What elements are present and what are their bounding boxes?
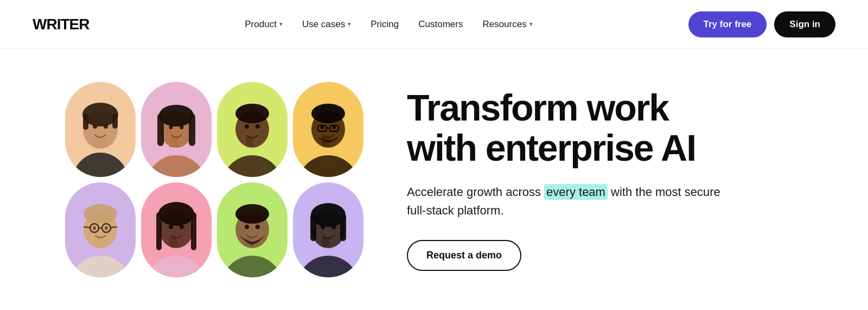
svg-point-68 bbox=[331, 225, 336, 229]
svg-point-8 bbox=[146, 155, 206, 177]
svg-point-41 bbox=[105, 226, 108, 230]
svg-point-7 bbox=[104, 124, 108, 129]
svg-point-54 bbox=[180, 225, 184, 229]
hero-title: Transform work with enterprise AI bbox=[407, 88, 732, 168]
avatar-1 bbox=[65, 82, 136, 177]
svg-point-55 bbox=[222, 256, 283, 277]
navbar: WRITER Product ▾ Use cases ▾ Pricing Cus… bbox=[0, 0, 868, 49]
svg-point-61 bbox=[298, 256, 359, 277]
avatar-6 bbox=[141, 182, 212, 277]
svg-rect-66 bbox=[340, 214, 346, 241]
nav-item-usecases[interactable]: Use cases ▾ bbox=[302, 19, 351, 30]
avatar-grid bbox=[65, 82, 363, 277]
svg-point-16 bbox=[222, 155, 282, 177]
nav-item-pricing[interactable]: Pricing bbox=[371, 19, 399, 30]
try-for-free-button[interactable]: Try for free bbox=[688, 11, 767, 37]
svg-rect-65 bbox=[310, 214, 316, 241]
hero-section: Transform work with enterprise AI Accele… bbox=[0, 49, 868, 310]
svg-point-0 bbox=[72, 153, 129, 177]
svg-point-25 bbox=[311, 104, 345, 123]
svg-point-58 bbox=[235, 204, 269, 224]
svg-point-29 bbox=[321, 125, 324, 129]
svg-point-34 bbox=[84, 204, 117, 224]
sign-in-button[interactable]: Sign in bbox=[774, 11, 835, 37]
avatar-3 bbox=[217, 82, 288, 177]
avatar-5 bbox=[65, 182, 136, 277]
svg-rect-4 bbox=[83, 113, 88, 130]
avatar-4 bbox=[293, 82, 363, 177]
svg-point-21 bbox=[256, 124, 260, 129]
svg-point-14 bbox=[169, 125, 173, 129]
chevron-down-icon: ▾ bbox=[529, 21, 533, 28]
avatar-8 bbox=[293, 182, 363, 277]
svg-line-39 bbox=[111, 227, 117, 227]
svg-point-59 bbox=[245, 225, 249, 229]
svg-point-31 bbox=[70, 256, 131, 277]
svg-rect-5 bbox=[112, 113, 118, 129]
chevron-down-icon: ▾ bbox=[279, 21, 283, 28]
nav-item-resources[interactable]: Resources ▾ bbox=[482, 19, 532, 30]
svg-point-60 bbox=[256, 225, 260, 229]
svg-rect-13 bbox=[189, 113, 195, 146]
svg-rect-12 bbox=[157, 113, 164, 146]
svg-point-67 bbox=[321, 225, 325, 229]
svg-point-19 bbox=[235, 104, 269, 123]
nav-links: Product ▾ Use cases ▾ Pricing Customers … bbox=[245, 19, 532, 30]
request-demo-button[interactable]: Request a demo bbox=[407, 240, 521, 271]
svg-point-42 bbox=[146, 256, 207, 277]
nav-item-customers[interactable]: Customers bbox=[418, 19, 463, 30]
svg-point-53 bbox=[169, 225, 173, 229]
svg-point-11 bbox=[159, 105, 194, 126]
hero-text: Transform work with enterprise AI Accele… bbox=[396, 88, 732, 270]
svg-point-40 bbox=[93, 226, 96, 230]
svg-point-20 bbox=[245, 124, 249, 129]
svg-point-22 bbox=[298, 155, 359, 177]
svg-point-30 bbox=[333, 125, 336, 129]
svg-point-45 bbox=[158, 202, 194, 226]
nav-item-product[interactable]: Product ▾ bbox=[245, 19, 283, 30]
logo[interactable]: WRITER bbox=[33, 16, 89, 33]
avatar-7 bbox=[217, 182, 288, 277]
avatar-2 bbox=[141, 82, 212, 177]
svg-point-15 bbox=[180, 125, 184, 129]
nav-actions: Try for free Sign in bbox=[688, 11, 835, 37]
svg-line-38 bbox=[84, 227, 90, 227]
svg-point-6 bbox=[93, 124, 97, 129]
hero-subtitle: Accelerate growth across every team with… bbox=[407, 183, 732, 220]
chevron-down-icon: ▾ bbox=[348, 21, 351, 28]
